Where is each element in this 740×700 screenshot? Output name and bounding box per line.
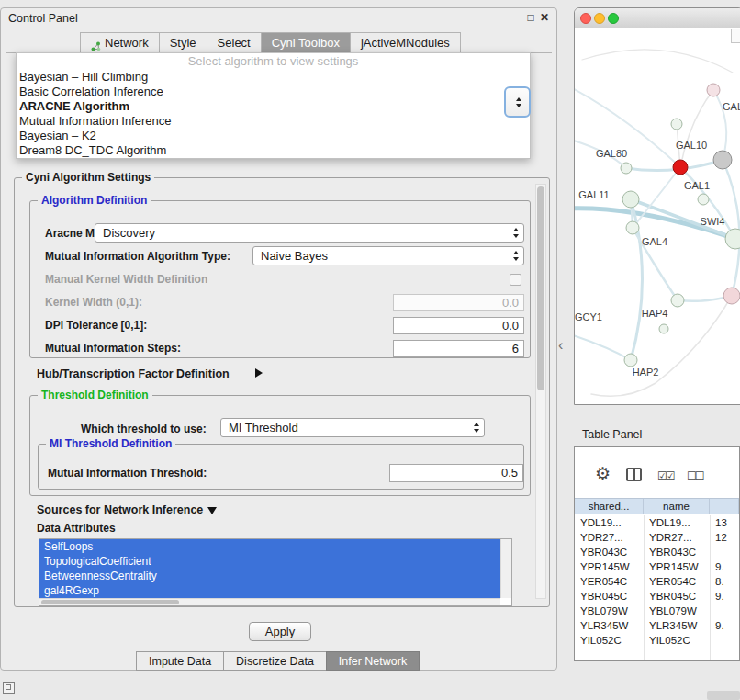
- data-attributes-items: SelfLoopsTopologicalCoefficientBetweenne…: [39, 539, 500, 598]
- algorithm-option-dream8-dc-tdc-algorithm[interactable]: Dream8 DC_TDC Algorithm: [17, 143, 530, 158]
- algorithm-option-mutual-information-inference[interactable]: Mutual Information Inference: [17, 114, 530, 129]
- network-node[interactable]: [626, 221, 639, 234]
- network-node[interactable]: [723, 288, 740, 304]
- manual-kernel-label: Manual Kernel Width Definition: [45, 273, 207, 286]
- tab-label: Network: [105, 33, 149, 53]
- network-node[interactable]: [621, 163, 632, 174]
- data-attribute-item[interactable]: SelfLoops: [39, 539, 500, 554]
- mi-threshold-field[interactable]: 0.5: [389, 464, 523, 482]
- table-cell: YBL079W: [575, 604, 644, 618]
- apply-button[interactable]: Apply: [249, 622, 311, 641]
- tab-select[interactable]: Select: [207, 32, 262, 52]
- network-node[interactable]: [622, 191, 639, 208]
- which-threshold-select[interactable]: MI Threshold: [220, 418, 485, 437]
- network-window-titlebar: [575, 8, 740, 28]
- column-header[interactable]: [710, 499, 739, 514]
- algorithm-dropdown-list: Bayesian – Hill ClimbingBasic Correlatio…: [17, 70, 530, 158]
- mac-zoom-button[interactable]: [608, 13, 619, 24]
- algorithm-option-aracne-algorithm[interactable]: ARACNE Algorithm: [17, 99, 530, 114]
- kernel-width-field[interactable]: 0.0: [393, 294, 524, 311]
- dpi-tolerance-label: DPI Tolerance [0,1]:: [45, 319, 147, 332]
- table-row[interactable]: YIL052CYIL052C: [575, 633, 739, 648]
- settings-vertical-scrollbar[interactable]: [535, 184, 546, 599]
- tab-network[interactable]: Network: [80, 32, 160, 52]
- column-header[interactable]: shared...: [575, 499, 644, 514]
- sources-section-label[interactable]: Sources for Network Inference: [37, 503, 203, 516]
- collapse-down-icon[interactable]: [207, 507, 217, 514]
- tab-label: Select: [218, 33, 251, 53]
- manual-kernel-checkbox[interactable]: [510, 274, 521, 286]
- network-node[interactable]: [671, 119, 682, 130]
- table-row[interactable]: YDR27...YDR27...12: [575, 530, 739, 545]
- scrollbar-thumb[interactable]: [41, 600, 179, 604]
- dpi-tolerance-field[interactable]: 0.0: [393, 317, 524, 334]
- data-attribute-item[interactable]: gal4RGexp: [39, 583, 500, 598]
- attributes-vertical-scrollbar[interactable]: [500, 539, 511, 598]
- table-row[interactable]: YER054CYER054C8.: [575, 574, 739, 589]
- float-panel-icon[interactable]: □: [524, 11, 537, 25]
- mi-threshold-label: Mutual Information Threshold:: [48, 467, 207, 480]
- table-cell: 12: [710, 530, 739, 545]
- tab-label: jActiveMNodules: [361, 33, 450, 53]
- table-cell: 9.: [710, 589, 739, 604]
- combo-arrows-icon: [513, 228, 519, 238]
- bottom-tab-infer-network[interactable]: Infer Network: [326, 651, 420, 671]
- attributes-horizontal-scrollbar[interactable]: [39, 598, 500, 605]
- mi-type-select[interactable]: Naive Bayes: [252, 246, 524, 265]
- mac-close-button[interactable]: [580, 13, 591, 24]
- algorithm-combobox-fragment[interactable]: [504, 86, 531, 118]
- table-row[interactable]: YDL19...YDL19...13: [575, 515, 739, 530]
- table-row[interactable]: YLR345WYLR345W9.: [575, 618, 739, 633]
- network-node[interactable]: [707, 84, 720, 96]
- table-cell: YBR043C: [644, 545, 710, 559]
- table-row[interactable]: YPR145WYPR145W9.: [575, 559, 739, 574]
- mi-steps-field[interactable]: 6: [393, 340, 524, 357]
- table-cell: YPR145W: [575, 559, 644, 574]
- tab-style[interactable]: Style: [159, 32, 207, 52]
- algorithm-option-basic-correlation-inference[interactable]: Basic Correlation Inference: [17, 85, 530, 99]
- network-view-window: GAL80GAL10GAL11GAL1SWI4GAL4GCY1HAP4HAP2G…: [574, 7, 740, 405]
- algorithm-option-bayesian-hill-climbing[interactable]: Bayesian – Hill Climbing: [17, 70, 530, 85]
- bottom-tab-impute-data[interactable]: Impute Data: [136, 651, 224, 671]
- mi-type-label: Mutual Information Algorithm Type:: [45, 250, 230, 263]
- data-attribute-item[interactable]: TopologicalCoefficient: [39, 554, 500, 569]
- select-all-columns-icon[interactable]: ☑☑: [657, 469, 674, 482]
- tab-jactivemnodules[interactable]: jActiveMNodules: [350, 32, 461, 52]
- table-cell: YDR27...: [644, 530, 710, 545]
- table-cell: YBR045C: [575, 589, 644, 604]
- tab-cyni-toolbox[interactable]: Cyni Toolbox: [261, 32, 351, 52]
- scrollbar-thumb[interactable]: [537, 186, 544, 390]
- table-cell: YDL19...: [575, 515, 644, 530]
- table-row[interactable]: YBL079WYBL079W: [575, 604, 739, 618]
- deselect-all-columns-icon[interactable]: ☐☐: [687, 469, 703, 482]
- threshold-definition-group: Threshold Definition Which threshold to …: [29, 395, 531, 496]
- table-settings-gear-icon[interactable]: ⚙: [595, 463, 611, 484]
- network-node[interactable]: [725, 229, 740, 249]
- data-attribute-item[interactable]: BetweennessCentrality: [39, 569, 500, 583]
- combo-arrows-icon: [516, 97, 521, 107]
- network-canvas[interactable]: GAL80GAL10GAL11GAL1SWI4GAL4GCY1HAP4HAP2G…: [575, 28, 740, 405]
- bottom-tab-discretize-data[interactable]: Discretize Data: [223, 651, 327, 671]
- network-node[interactable]: [659, 324, 668, 333]
- restore-panel-icon[interactable]: [3, 682, 15, 694]
- network-node[interactable]: [673, 160, 688, 175]
- network-node[interactable]: [671, 294, 684, 307]
- mi-steps-label: Mutual Information Steps:: [45, 342, 181, 355]
- table-row[interactable]: YBR043CYBR043C: [575, 545, 739, 559]
- algorithm-option-bayesian-k2[interactable]: Bayesian – K2: [17, 129, 530, 143]
- show-columns-icon[interactable]: [626, 468, 642, 481]
- mac-minimize-button[interactable]: [594, 13, 605, 24]
- panel-collapse-arrow[interactable]: ‹: [558, 337, 563, 354]
- hub-section-label[interactable]: Hub/Transcription Factor Definition: [37, 367, 230, 380]
- aracne-mode-select[interactable]: Discovery: [95, 223, 524, 243]
- network-node[interactable]: [698, 194, 709, 205]
- table-row[interactable]: YBR045CYBR045C9.: [575, 589, 739, 604]
- network-node[interactable]: [713, 151, 732, 169]
- network-node[interactable]: [624, 354, 637, 367]
- table-panel-window: ⚙ ☑☑ ☐☐ shared...name YDL19...YDL19...13…: [574, 446, 740, 661]
- column-header[interactable]: name: [644, 499, 710, 514]
- close-panel-icon[interactable]: ✕: [538, 11, 551, 25]
- expand-right-icon[interactable]: [255, 368, 263, 378]
- node-label: GAL: [723, 101, 740, 112]
- table-cell: YBR043C: [575, 545, 644, 559]
